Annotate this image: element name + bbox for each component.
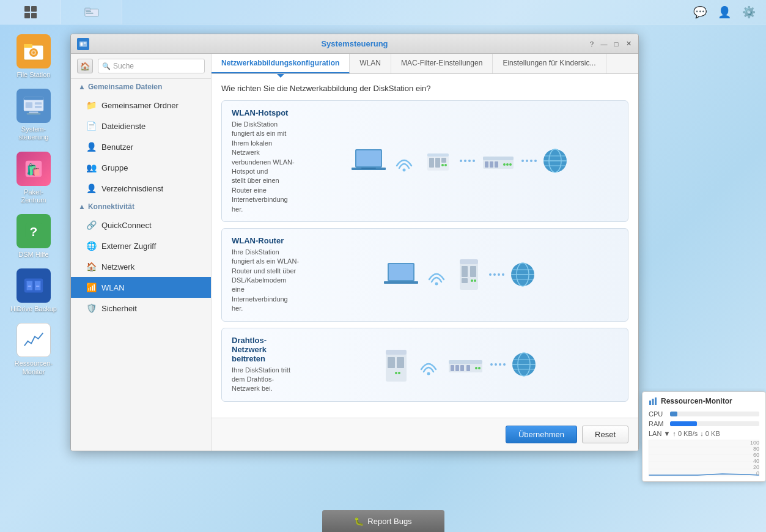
user-icon[interactable]: 👤 <box>715 2 734 22</box>
globe-icon-2 <box>509 261 536 288</box>
folder-icon: 📁 <box>86 100 97 111</box>
sidebar-item-quickconnect[interactable]: 🔗 QuickConnect <box>71 215 211 235</box>
svg-rect-19 <box>27 114 41 115</box>
sidebar-item-label-gruppe: Gruppe <box>101 163 128 172</box>
sidebar-item-gruppe[interactable]: 👥 Gruppe <box>71 157 211 178</box>
desktop-icon-file-station[interactable]: File Station <box>3 31 64 83</box>
desktop-icon-systemsteuerung[interactable]: System-steuerung <box>3 85 64 145</box>
taskbar-grid-app[interactable] <box>0 0 61 24</box>
svg-rect-28 <box>36 286 40 287</box>
sidebar-item-label-sicherheit: Sicherheit <box>101 304 137 313</box>
diskstation-icon-1 <box>421 144 455 178</box>
svg-rect-47 <box>485 161 488 168</box>
chart-label-100: 100 <box>750 440 759 446</box>
svg-point-88 <box>478 367 481 369</box>
file-station-icon <box>17 34 51 68</box>
svg-rect-40 <box>429 158 434 168</box>
window-minimize-button[interactable]: — <box>599 39 609 49</box>
sidebar-item-sicherheit[interactable]: 🛡️ Sicherheit <box>71 298 211 319</box>
dot-line-3 <box>489 273 504 276</box>
apply-button[interactable]: Übernehmen <box>506 426 577 443</box>
svg-rect-46 <box>483 157 514 160</box>
sidebar-item-externer-zugriff[interactable]: 🌐 Externer Zugriff <box>71 235 211 256</box>
svg-rect-36 <box>361 168 376 169</box>
svg-point-68 <box>474 279 476 282</box>
dsm-hilfe-icon: ? <box>17 214 51 248</box>
svg-rect-95 <box>652 399 654 405</box>
sidebar-item-benutzer[interactable]: 👤 Benutzer <box>71 136 211 157</box>
resource-monitor-panel: Ressourcen-Monitor CPU RAM LAN ▼ ↑ 0 KB/… <box>642 391 766 482</box>
cpu-label: CPU <box>649 410 670 418</box>
desktop-icon-dsm-hilfe[interactable]: ? DSM Hilfe <box>3 210 64 262</box>
card-drahtlos-visual <box>300 345 618 385</box>
svg-rect-18 <box>29 112 38 114</box>
sidebar-item-verzeichnisdienst[interactable]: 👤 Verzeichnisdienst <box>71 178 211 199</box>
svg-rect-32 <box>84 42 86 43</box>
resource-chart: 100 80 60 40 20 0 <box>649 440 759 476</box>
desktop-icon-paket-zentrum[interactable]: 🛍️ Paket-Zentrum <box>3 148 64 208</box>
chevron-up-icon: ▲ <box>78 83 86 91</box>
reset-button[interactable]: Reset <box>582 426 628 443</box>
svg-rect-31 <box>81 42 83 45</box>
taskbar: 💬 👤 ⚙️ <box>0 0 766 24</box>
dot-line-4 <box>490 363 506 366</box>
search-icon: 🔍 <box>102 62 111 70</box>
svg-rect-82 <box>449 360 482 364</box>
svg-rect-15 <box>26 102 32 108</box>
paket-zentrum-label: Paket-Zentrum <box>21 188 46 204</box>
svg-rect-86 <box>466 365 470 371</box>
card-router-desc: Ihre DiskStation fungiert als ein WLAN-R… <box>232 248 300 314</box>
resource-chart-svg <box>649 440 759 476</box>
window-maximize-button[interactable]: □ <box>611 39 621 49</box>
svg-point-87 <box>475 367 477 369</box>
sidebar-search-box[interactable]: 🔍 Suche <box>98 59 205 73</box>
chevron-up-icon-2: ▲ <box>78 202 86 211</box>
dsm-hilfe-label: DSM Hilfe <box>18 251 49 259</box>
desktop-icon-ressourcen-monitor[interactable]: Ressourcen-Monitor <box>3 319 64 379</box>
ram-bar-bg <box>670 421 759 426</box>
ressourcen-monitor-label: Ressourcen-Monitor <box>15 360 53 375</box>
cpu-row: CPU <box>649 410 759 418</box>
ram-label: RAM <box>649 420 670 427</box>
report-bugs-label: Report Bugs <box>367 517 411 526</box>
ressourcen-monitor-desktop-icon <box>17 323 51 357</box>
settings-icon[interactable]: ⚙️ <box>739 2 759 22</box>
window-help-button[interactable]: ? <box>587 39 597 49</box>
window-close-button[interactable]: ✕ <box>624 39 633 49</box>
tab-kindersicherung[interactable]: Einstellungen für Kindersic... <box>493 54 606 73</box>
svg-point-12 <box>32 51 35 54</box>
hidrive-label: HiDrive Backup <box>10 305 57 313</box>
tab-netzwerkabbildungskonfiguration[interactable]: Netzwerkabbildungskonfiguration <box>212 54 350 73</box>
svg-point-50 <box>503 163 506 166</box>
sidebar-section-gemeinsame-dateien[interactable]: ▲ Gemeinsame Dateien <box>71 79 211 95</box>
tab-mac-filter[interactable]: MAC-Filter-Einstellungen <box>391 54 493 73</box>
taskbar-file-station-app[interactable] <box>61 0 122 24</box>
cpu-bar <box>670 412 677 416</box>
card-wlan-router[interactable]: WLAN-Router Ihre DiskStation fungiert al… <box>221 228 628 322</box>
bar-chart-icon <box>649 397 657 405</box>
sidebar-item-label-externer-zugriff: Externer Zugriff <box>101 242 156 251</box>
sidebar-item-dateidienste[interactable]: 📄 Dateidienste <box>71 116 211 136</box>
svg-rect-63 <box>460 259 478 264</box>
window-body: 🏠 🔍 Suche ▲ Gemeinsame Dateien 📁 Gemeins… <box>71 54 638 451</box>
sidebar-item-wlan[interactable]: 📶 WLAN <box>71 277 211 298</box>
sidebar-item-netzwerk[interactable]: 🏠 Netzwerk <box>71 256 211 277</box>
svg-rect-59 <box>389 264 413 280</box>
sidebar-home-button[interactable]: 🏠 <box>77 59 93 73</box>
tab-wlan[interactable]: WLAN <box>350 54 391 73</box>
report-bugs-button[interactable]: 🐛 Report Bugs <box>322 510 444 532</box>
chat-icon[interactable]: 💬 <box>690 2 710 22</box>
card-wlan-hotspot[interactable]: WLAN-Hotspot Die DiskStation fungiert al… <box>221 100 628 222</box>
sidebar-section-konnektivitaet[interactable]: ▲ Konnektivität <box>71 199 211 215</box>
desktop-icon-hidrive[interactable]: HiDrive Backup <box>3 265 64 317</box>
globe-icon-3 <box>510 351 537 378</box>
svg-rect-64 <box>462 266 468 277</box>
svg-point-78 <box>395 372 397 374</box>
card-hotspot-desc: Die DiskStation fungiert als ein mit Ihr… <box>232 120 300 214</box>
svg-point-43 <box>441 164 444 166</box>
sidebar-item-label-benutzer: Benutzer <box>101 142 133 152</box>
ram-row: RAM <box>649 420 759 427</box>
card-drahtlos-netzwerk[interactable]: Drahtlos-Netzwerk beitreten Ihre DiskSta… <box>221 328 628 402</box>
sidebar-item-gemeinsamer-ordner[interactable]: 📁 Gemeinsamer Ordner <box>71 95 211 116</box>
taskbar-right-icons: 💬 👤 ⚙️ <box>690 2 766 22</box>
